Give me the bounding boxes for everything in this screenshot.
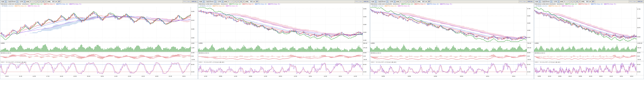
bar-type-button[interactable]: 日	[39, 0, 42, 3]
bar-type-button[interactable]: ティック	[29, 0, 36, 3]
bar-type-label: 足種	[396, 1, 399, 2]
toolbar-button[interactable]: 銘柄比較	[363, 0, 370, 3]
chart-legend-row2: 一目均衡表( 9, 26, 52 )移動平均( Close, 20 )移動平均(…	[534, 5, 644, 7]
chart-area[interactable]	[370, 7, 534, 75]
time-axis-label: 12:00	[264, 76, 267, 77]
volume-axis-label: 1,250	[191, 47, 194, 48]
chevron-down-icon[interactable]: ▼	[202, 1, 204, 3]
price-axis-label: 9,500	[527, 37, 530, 38]
chevron-down-icon[interactable]: ▼	[222, 1, 224, 3]
macd-axis-label: 12.50	[191, 52, 194, 54]
bar-type-button[interactable]: 月	[414, 0, 417, 3]
legend-indicator: 移動平均( Close, 25 )	[562, 5, 574, 7]
legend-indicator: 移動平均( Close, 10 )	[565, 4, 577, 5]
bar-type-button[interactable]: 週	[240, 0, 242, 3]
normal-mode-button[interactable]: 通常	[427, 0, 431, 3]
legend-indicator: 移動平均( Close, 40 )	[427, 4, 439, 5]
normal-mode-button[interactable]: 通常	[591, 0, 595, 3]
chevron-down-icon[interactable]: ▼	[374, 1, 376, 3]
bar-type-button[interactable]: 月	[242, 0, 245, 3]
normal-mode-button[interactable]: 通常	[57, 0, 61, 3]
bar-type-label: 足種	[560, 1, 563, 2]
chart-window: 先物▼ 日経225mini▼ 12/06▼ 足種 ティック分日週月 本数 500…	[370, 0, 534, 79]
toolbar-button[interactable]: テクニカル	[629, 0, 637, 3]
bar-count-unit: 本	[426, 1, 427, 2]
legend-indicator: 移動平均( Close, 75 )	[604, 4, 616, 5]
chart-area[interactable]	[0, 7, 198, 75]
price-axis-label: 9,500	[363, 32, 366, 33]
normal-mode-button[interactable]: 通常	[255, 0, 259, 3]
chart-area[interactable]	[534, 7, 644, 75]
chevron-down-icon[interactable]: ▼	[538, 1, 540, 3]
chevron-down-icon[interactable]: ▼	[24, 1, 26, 3]
time-axis-label: 04/12	[339, 76, 342, 77]
chart-legend-row1: 日経225mini 12/06( 15分( 2012/04/05 - 2012/…	[370, 3, 534, 5]
bar-type-button[interactable]: 分	[36, 0, 39, 3]
bar-type-button[interactable]: 日	[237, 0, 240, 3]
bar-type-button[interactable]: 日	[573, 0, 576, 3]
chevron-down-icon[interactable]: ▼	[394, 1, 396, 3]
time-axis-label: 22:00	[74, 76, 77, 77]
market-select[interactable]: 先物▼	[0, 0, 7, 3]
bar-type-button[interactable]: 分	[570, 0, 573, 3]
time-axis-label: 12:00	[354, 76, 357, 77]
time-axis-label: 04/12	[512, 76, 516, 77]
symbol-select[interactable]: 日経225mini▼	[541, 0, 552, 3]
bar-type-button[interactable]: ティック	[399, 0, 406, 3]
price-axis-label: 9,585	[191, 28, 194, 30]
contract-month-select[interactable]: 12/06▼	[389, 0, 396, 3]
macd-pane-label: MACD( 12, 26, 9 )	[371, 52, 381, 54]
bar-type-button[interactable]: 週	[42, 0, 44, 3]
contract-month-select[interactable]: 12/06▼	[217, 0, 224, 3]
bar-type-button[interactable]: 月	[44, 0, 47, 3]
bar-type-button[interactable]: 月	[578, 0, 581, 3]
bar-count-label: 本数	[48, 1, 50, 2]
time-axis-label: 04/10	[279, 76, 282, 77]
chevron-down-icon[interactable]: ▼	[16, 1, 18, 3]
time-axis-label: 04/09	[579, 76, 582, 77]
chevron-down-icon[interactable]: ▼	[386, 1, 388, 3]
time-axis-label: 11:00	[114, 76, 118, 77]
bar-count-input[interactable]: 500	[248, 0, 253, 3]
volume-pane-label: 出来高	[199, 42, 202, 44]
bar-count-input[interactable]: 500	[50, 0, 55, 3]
market-select[interactable]: 先物▼	[370, 0, 377, 3]
bar-type-button[interactable]: ティック	[227, 0, 234, 3]
time-axis-label: 12:00	[324, 76, 327, 77]
price-axis-label: 9,600	[527, 22, 530, 24]
symbol-select[interactable]: 日経225mini▼	[377, 0, 388, 3]
symbol-period-label: 日経225mini 12/06( 15分( 2012/04/05 - 2012/…	[370, 4, 400, 5]
chevron-down-icon[interactable]: ▼	[4, 1, 6, 3]
toolbar-button[interactable]: 銘柄比較	[191, 0, 198, 3]
bar-count-input[interactable]: 500	[584, 0, 589, 3]
toolbar-button[interactable]: 銘柄比較	[637, 0, 644, 3]
bar-type-button[interactable]: 日	[409, 0, 412, 3]
toolbar-button[interactable]: テクニカル	[519, 0, 526, 3]
market-select[interactable]: 先物▼	[198, 0, 205, 3]
contract-month-select[interactable]: 12/06▼	[19, 0, 26, 3]
toolbar-button[interactable]: テクニカル	[355, 0, 363, 3]
time-axis-label: 04/11	[309, 76, 312, 77]
chart-area[interactable]	[198, 7, 370, 75]
legend-indicator: 移動平均( Close, 20 )	[14, 5, 26, 7]
time-axis-label: 12:00	[294, 76, 297, 77]
toolbar-button[interactable]: 銘柄比較	[527, 0, 534, 3]
chevron-down-icon[interactable]: ▼	[214, 1, 216, 3]
toolbar-button[interactable]: テクニカル	[183, 0, 190, 3]
bar-type-button[interactable]: ティック	[563, 0, 570, 3]
chevron-down-icon[interactable]: ▼	[558, 1, 560, 3]
bar-type-button[interactable]: 週	[576, 0, 578, 3]
bar-type-button[interactable]: 週	[412, 0, 414, 3]
symbol-select[interactable]: 日経225mini▼	[205, 0, 216, 3]
legend-indicator: 移動平均( Close, 20 )	[548, 5, 560, 7]
chevron-down-icon[interactable]: ▼	[550, 1, 552, 3]
bar-type-buttons: ティック分日週月	[227, 0, 245, 3]
bar-count-input[interactable]: 500	[420, 0, 425, 3]
bar-type-button[interactable]: 分	[406, 0, 409, 3]
market-select[interactable]: 先物▼	[534, 0, 541, 3]
contract-month-select[interactable]: 12/06▼	[553, 0, 560, 3]
stoch-pane-label: スロー・ストキャスティクス( 14, 3, 80, 20 )	[199, 62, 224, 63]
symbol-select[interactable]: 日経225mini▼	[7, 0, 18, 3]
bar-type-button[interactable]: 分	[234, 0, 236, 3]
macd-axis-label: 25.00	[637, 52, 640, 54]
